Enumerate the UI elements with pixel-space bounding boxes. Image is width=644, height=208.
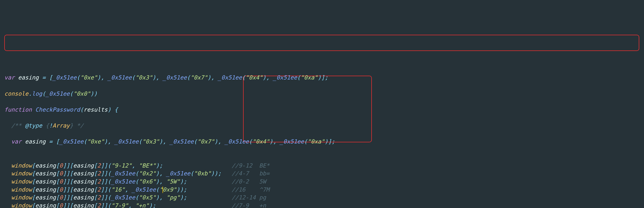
code-line: var easing = [_0x51ee("0xe"), _0x51ee("0…: [0, 74, 644, 82]
keyword-var: var: [4, 74, 14, 81]
obfuscated-fn: _0x51ee: [114, 138, 138, 145]
code-line: window[easing[0]][easing[2]]("9-12", "BE…: [0, 162, 644, 170]
code-line: var easing = [_0x51ee("0xe"), _0x51ee("0…: [0, 138, 644, 146]
code-line: /** @type {!Array} */: [0, 122, 644, 130]
code-editor[interactable]: var easing = [_0x51ee("0xe"), _0x51ee("0…: [0, 34, 644, 208]
log-method: log: [32, 90, 42, 97]
code-line: window[easing[0]][easing[2]](_0x51ee("0x…: [0, 170, 644, 178]
console-object: console: [4, 90, 28, 97]
obfuscated-fn: _0x51ee: [170, 138, 194, 145]
window-object: window: [11, 186, 32, 193]
obfuscated-fn: _0x51ee: [52, 74, 76, 81]
identifier: easing: [18, 74, 39, 81]
jsdoc-comment: /** @type {!Array} */: [11, 122, 84, 129]
obfuscated-fn: _0x51ee: [108, 74, 132, 81]
code-line: window[easing[0]][easing[2]]("16", _0x51…: [0, 186, 644, 194]
inline-comment: //7-9 +n: [232, 202, 266, 208]
code-line: window[easing[0]][easing[2]]("7-9", "+n"…: [0, 202, 644, 208]
code-line: window[easing[0]][easing[2]](_0x51ee("0x…: [0, 194, 644, 202]
obfuscated-fn: _0x51ee: [218, 74, 242, 81]
obfuscated-fn: _0x51ee: [280, 138, 304, 145]
keyword-function: function: [4, 106, 32, 113]
window-object: window: [11, 194, 32, 201]
inline-comment: //0-2 5W: [232, 178, 266, 185]
obfuscated-fn: _0x51ee: [59, 138, 84, 145]
window-object: window: [11, 170, 32, 177]
window-object: window: [11, 202, 32, 208]
obfuscated-fn: _0x51ee: [225, 138, 249, 145]
function-name: CheckPassword: [35, 106, 80, 113]
window-object: window: [11, 162, 32, 169]
obfuscated-fn: _0x51ee: [163, 74, 187, 81]
inline-comment: //12-14 pg: [232, 194, 266, 201]
code-line: function CheckPassword(results) {: [0, 106, 644, 114]
code-line: console.log(_0x51ee("0x0")): [0, 90, 644, 98]
inline-comment: //9-12 BE*: [232, 162, 270, 169]
inline-comment: //4-7 bb=: [232, 170, 270, 177]
window-object: window: [11, 178, 32, 185]
code-line: window[easing[0]][easing[2]](_0x51ee("0x…: [0, 178, 644, 186]
obfuscated-fn: _0x51ee: [273, 74, 297, 81]
highlight-box-1: [4, 35, 639, 51]
inline-comment: //16 ^7M: [232, 186, 270, 193]
